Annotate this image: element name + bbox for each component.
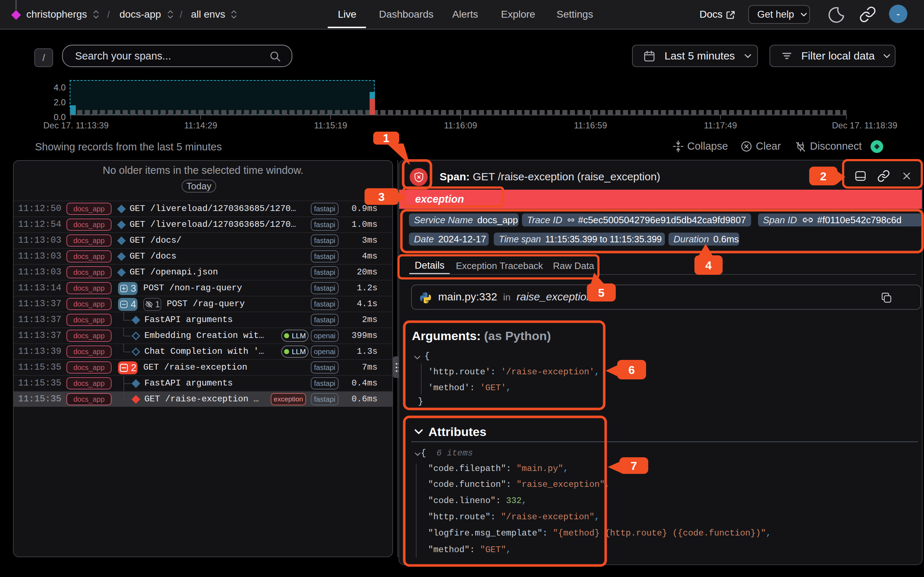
svg-text:3: 3 bbox=[378, 190, 385, 203]
svg-text:2: 2 bbox=[820, 170, 827, 183]
svg-text:6: 6 bbox=[628, 364, 635, 377]
svg-text:7: 7 bbox=[630, 459, 637, 472]
svg-text:5: 5 bbox=[598, 286, 604, 299]
svg-text:1: 1 bbox=[383, 132, 389, 145]
svg-text:4: 4 bbox=[705, 259, 712, 272]
